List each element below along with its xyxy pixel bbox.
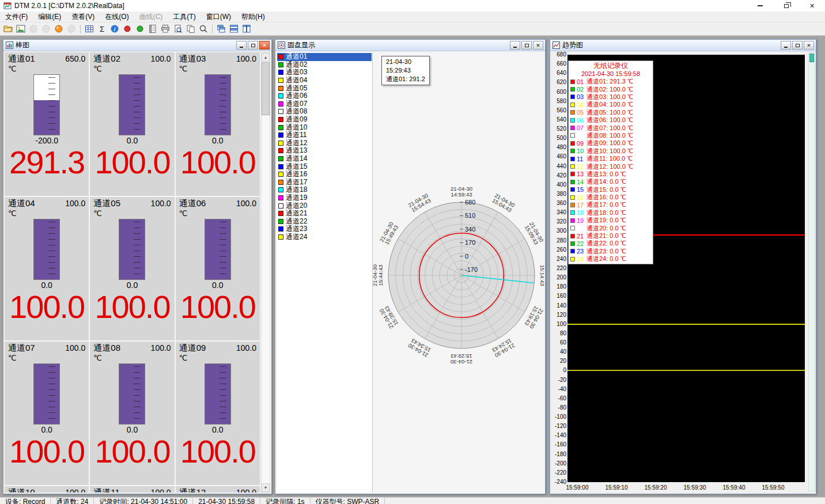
y-tick-label: 540 <box>550 117 566 123</box>
disc-tooltip: 21-04-30 15:29:43 通道01: 291.2 <box>381 56 430 85</box>
channel-number: 18 <box>577 209 586 216</box>
channel-value: 100.0 <box>179 291 256 323</box>
gauge-unit: ℃ <box>93 209 171 218</box>
minimize-button[interactable] <box>747 0 773 12</box>
menu-item[interactable]: 编辑(E) <box>33 12 66 22</box>
disc-close-button[interactable]: ✕ <box>533 41 543 50</box>
y-tick-label: 580 <box>550 98 566 104</box>
bar-gauge <box>205 74 231 135</box>
channel-number: 17 <box>577 202 586 209</box>
open-folder-button[interactable] <box>2 23 14 35</box>
trend-window-titlebar[interactable]: 趋势图 ✕ <box>550 40 816 51</box>
channel-color-swatch <box>278 125 283 130</box>
x-tick-label: 15:59:50 <box>756 484 790 491</box>
menu-item[interactable]: 查看(V) <box>66 12 100 22</box>
legend-row: 05 通道05: 100.0 ℃ <box>570 109 652 116</box>
bar-restore-button[interactable] <box>248 41 258 50</box>
alarm-orange-ball-button[interactable] <box>52 23 65 35</box>
disc-minimize-button[interactable] <box>510 41 520 50</box>
channel-reading: 通道13: 0.0 ℃ <box>586 170 626 178</box>
channel-number: 19 <box>577 217 586 224</box>
copy-button[interactable] <box>184 23 197 35</box>
sum-button[interactable]: Σ <box>96 23 108 35</box>
table-view-button[interactable] <box>83 23 96 35</box>
channel-number: 12 <box>577 163 586 170</box>
channel-label: 通道11 <box>93 487 120 492</box>
print-preview-button[interactable] <box>172 23 184 35</box>
channel-number: 11 <box>577 156 586 162</box>
green-ball-button[interactable] <box>134 23 146 35</box>
channel-color-swatch <box>570 234 575 238</box>
zoom-button[interactable] <box>197 23 210 35</box>
red-ball-button[interactable] <box>121 23 134 35</box>
x-tick-label: 15:59:10 <box>599 484 634 491</box>
main-titlebar[interactable]: DTM 2.0.1 [C:\DTM 2.0.2\RealData] ✕ <box>0 0 825 12</box>
y-tick-label: 340 <box>550 210 566 215</box>
channel-label: 通道06 <box>179 198 206 209</box>
scroll-up-icon[interactable]: ▲ <box>262 53 270 62</box>
legend-row: 24 通道24: 0.0 ℃ <box>570 255 652 263</box>
channel-value: 100.0 <box>93 291 171 323</box>
menubar: 文件(F)编辑(E)查看(V)在线(O)曲线(C)工具(T)窗口(W)帮助(H) <box>0 12 825 22</box>
print-button[interactable] <box>159 23 172 35</box>
bar-window-titlebar[interactable]: 棒图 ✕ <box>3 40 271 51</box>
menu-item[interactable]: 文件(F) <box>0 12 33 22</box>
scroll-down-icon[interactable]: ▼ <box>262 483 270 492</box>
cascade-windows-button[interactable] <box>215 23 228 35</box>
channel-color-swatch <box>570 164 575 169</box>
bar-gauge-fill <box>205 364 230 424</box>
channel-number: 03 <box>577 93 586 100</box>
polar-time-label: 21-04-3015:44:43 <box>373 264 384 286</box>
trend-scrollbar[interactable] <box>808 52 815 491</box>
channel-reading: 通道12: 100.0 ℃ <box>586 162 633 170</box>
channel-reading: 通道17: 0.0 ℃ <box>586 201 626 209</box>
channel-value: 100.0 <box>93 435 171 468</box>
menu-item[interactable]: 帮助(H) <box>236 12 270 22</box>
menu-item[interactable]: 在线(O) <box>100 12 134 22</box>
scrollbar-thumb[interactable] <box>262 62 270 115</box>
gray-ball-3-button[interactable] <box>65 23 78 35</box>
bar-scrollbar[interactable]: ▲ ▼ <box>261 52 270 492</box>
channel-color-swatch <box>278 141 283 146</box>
restore-button[interactable] <box>773 0 799 12</box>
channel-label: 通道08 <box>93 343 120 354</box>
bar-close-button[interactable]: ✕ <box>259 41 270 50</box>
scrollbar-thumb[interactable] <box>809 54 814 62</box>
x-tick-label: 15:59:20 <box>638 484 673 491</box>
gray-ball-1-button[interactable] <box>27 23 40 35</box>
bar-gauge-cell: 通道05 100.0 ℃ 0.0 100.0 <box>90 197 174 340</box>
channel-color-swatch <box>278 226 283 232</box>
menu-item[interactable]: 曲线(C) <box>134 12 168 22</box>
bar-gauge-fill <box>34 219 59 279</box>
channel-number: 04 <box>577 101 586 108</box>
trend-close-button[interactable]: ✕ <box>804 41 814 50</box>
disc-channel-item[interactable]: 通道24 <box>277 233 372 241</box>
gray-ball-2-button[interactable] <box>40 23 52 35</box>
bar-gauge-fill <box>34 100 59 135</box>
minimize-icon <box>784 47 788 48</box>
gauge-max-value: 100.0 <box>151 199 171 208</box>
trend-minimize-button[interactable] <box>781 41 791 50</box>
image-view-button[interactable] <box>14 23 27 35</box>
bar-minimize-button[interactable] <box>236 41 247 50</box>
channel-number: 22 <box>577 240 586 247</box>
disc-restore-button[interactable] <box>521 41 532 50</box>
notebook-button[interactable] <box>146 23 159 35</box>
trend-window-title: 趋势图 <box>562 40 779 50</box>
channel-color-swatch <box>278 172 283 177</box>
close-button[interactable]: ✕ <box>799 0 825 12</box>
bar-gauge-ticks <box>134 366 141 422</box>
menu-item[interactable]: 窗口(W) <box>201 12 236 22</box>
info-button[interactable]: i <box>108 23 121 35</box>
y-tick-label: 680 <box>550 52 566 58</box>
disc-window-titlebar[interactable]: 圆盘显示 ✕ <box>275 40 545 51</box>
bar-gauge-fill <box>205 75 230 135</box>
tile-horizontal-button[interactable] <box>228 23 240 35</box>
bar-gauge-ticks <box>134 77 141 132</box>
trend-restore-button[interactable] <box>792 41 803 50</box>
bar-gauge-fill <box>119 364 145 424</box>
channel-reading: 通道06: 100.0 ℃ <box>586 116 633 124</box>
tile-vertical-button[interactable] <box>240 23 253 35</box>
menu-item[interactable]: 工具(T) <box>168 12 200 22</box>
channel-color-swatch <box>570 94 575 99</box>
